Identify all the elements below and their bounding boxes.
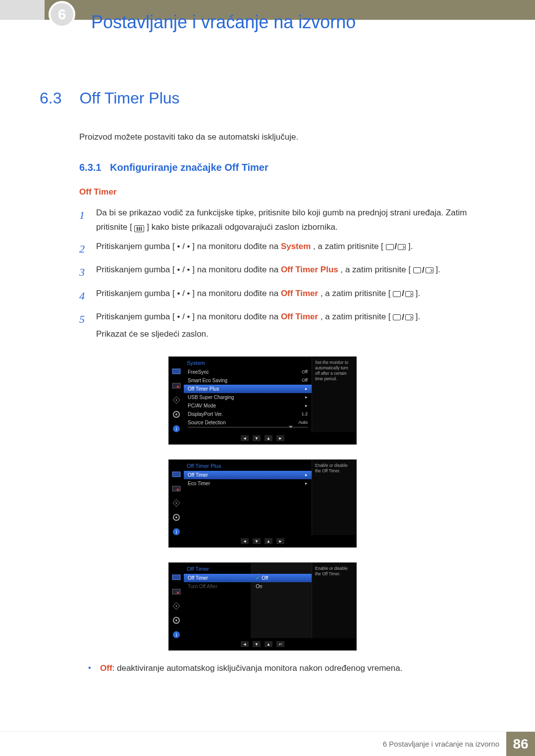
osd-nav-btn: ◄ bbox=[241, 538, 249, 544]
osd-side-icons: i bbox=[169, 563, 184, 638]
bullet-text: : deaktiviranje automatskog isključivanj… bbox=[112, 663, 403, 673]
svg-rect-10 bbox=[177, 489, 179, 491]
ok-icon: / bbox=[393, 310, 413, 325]
osd-item-value: Auto bbox=[298, 420, 308, 425]
ok-icon: / bbox=[386, 240, 406, 254]
svg-point-13 bbox=[175, 516, 177, 518]
settings-tab-icon bbox=[172, 411, 181, 418]
osd-help: Set the monitor to automatically turn of… bbox=[312, 357, 356, 432]
osd-item-value: ▸ bbox=[305, 481, 308, 486]
step-highlight: Off Timer bbox=[281, 312, 318, 321]
osd-side-icons: i bbox=[169, 357, 184, 432]
bullet-highlight: Off bbox=[100, 663, 112, 673]
section-title: Off Timer Plus bbox=[79, 89, 179, 107]
bullet-icon: • bbox=[88, 663, 100, 673]
step-highlight: Off Timer bbox=[281, 289, 318, 298]
section-intro: Proizvod možete postaviti tako da se aut… bbox=[79, 132, 495, 142]
osd-item: DisplayPort Ver.1.2 bbox=[184, 410, 312, 418]
osd-nav: ◄▼▲► bbox=[169, 535, 356, 547]
settings-tab-icon bbox=[172, 514, 181, 521]
osd-nav-btn: ◄ bbox=[241, 435, 249, 441]
osd-side-icons: i bbox=[169, 460, 184, 535]
ok-icon: / bbox=[413, 263, 433, 278]
osd-item-label: Off Timer bbox=[188, 472, 208, 478]
step-text-mid: , a zatim pritisnite [ bbox=[321, 312, 391, 321]
osd-title: Off Timer bbox=[184, 563, 251, 574]
step-text-post: ]. bbox=[416, 312, 420, 321]
osd-item-label: FreeSync bbox=[188, 369, 209, 375]
osd-item: Eco Timer▸ bbox=[184, 479, 312, 488]
step-number: 3 bbox=[79, 263, 96, 281]
info-tab-icon: i bbox=[172, 425, 181, 432]
check-icon: ✓ bbox=[256, 575, 260, 581]
svg-rect-9 bbox=[172, 486, 180, 491]
osd-nav-btn: ↵ bbox=[276, 641, 284, 647]
step-number: 4 bbox=[79, 287, 96, 305]
osd-item: USB Super Charging▸ bbox=[184, 393, 312, 402]
svg-point-19 bbox=[176, 605, 177, 607]
screen-tab-icon bbox=[172, 603, 181, 609]
footer: 6 Postavljanje i vraćanje na izvorno 86 bbox=[0, 731, 535, 756]
step-text-post: ]. bbox=[416, 289, 420, 298]
step-text-mid: , a zatim pritisnite [ bbox=[341, 265, 411, 274]
osd-title: Off Timer Plus bbox=[184, 460, 312, 471]
picture-tab-icon bbox=[172, 485, 181, 492]
osd-title: System bbox=[184, 357, 312, 368]
osd-item: Off Timer bbox=[184, 574, 251, 582]
step-highlight: Off Timer Plus bbox=[281, 265, 338, 274]
subsection-number: 6.3.1 bbox=[79, 162, 101, 173]
osd-nav: ◄▼▲↵ bbox=[169, 638, 356, 650]
svg-text:i: i bbox=[176, 426, 177, 432]
osd-item-value: Off bbox=[302, 378, 308, 383]
osd-item-label: ✓Off bbox=[256, 575, 268, 581]
footer-page-number: 86 bbox=[506, 732, 535, 756]
brightness-tab-icon bbox=[172, 574, 181, 581]
step-number: 2 bbox=[79, 240, 96, 258]
osd-nav-btn: ► bbox=[276, 435, 284, 441]
osd-item-label: DisplayPort Ver. bbox=[188, 411, 223, 417]
brightness-tab-icon bbox=[172, 471, 181, 478]
osd-item: Smart Eco SavingOff bbox=[184, 376, 312, 385]
osd-item-label: Source Detection bbox=[188, 420, 226, 425]
osd-item-value: Off bbox=[302, 369, 308, 375]
picture-tab-icon bbox=[172, 382, 181, 389]
step-text-pre: Pritiskanjem gumba [ • / • ] na monitoru… bbox=[96, 289, 281, 298]
bullet-item: • Off: deaktiviranje automatskog isključ… bbox=[88, 663, 495, 673]
step-text-pre: Pritiskanjem gumba [ • / • ] na monitoru… bbox=[96, 265, 281, 274]
osd-help: Enable or disable the Off Timer. bbox=[312, 460, 356, 535]
osd-item-value: ▸ bbox=[305, 386, 308, 392]
subheading: Off Timer bbox=[79, 187, 495, 197]
svg-point-21 bbox=[175, 619, 177, 621]
osd-offtimerplus-menu: i Off Timer Plus Off Timer▸Eco Timer▸ En… bbox=[168, 459, 357, 548]
svg-rect-1 bbox=[172, 383, 180, 388]
osd-offtimer-menu: i Off Timer Off TimerTurn Off After ✓Off… bbox=[168, 562, 357, 651]
svg-point-5 bbox=[175, 413, 177, 415]
step-1: 1 Da bi se prikazao vodič za funkcijske … bbox=[79, 206, 495, 235]
step-text-mid: , a zatim pritisnite [ bbox=[321, 289, 391, 298]
brightness-tab-icon bbox=[172, 368, 181, 375]
step-text-pre: Pritiskanjem gumba [ • / • ] na monitoru… bbox=[96, 312, 281, 321]
svg-rect-16 bbox=[172, 575, 180, 580]
picture-tab-icon bbox=[172, 588, 181, 595]
svg-text:i: i bbox=[176, 529, 177, 535]
osd-item-value: ▸ bbox=[305, 395, 308, 400]
osd-item-value: ▸ bbox=[305, 403, 308, 408]
step-number: 5 bbox=[79, 310, 96, 342]
osd-item-label: PC/AV Mode bbox=[188, 403, 216, 408]
osd-item-label: Off Timer bbox=[188, 575, 208, 581]
osd-item-value: 1.2 bbox=[301, 411, 308, 417]
osd-help: Enable or disable the Off Timer. bbox=[312, 563, 356, 638]
menu-icon bbox=[134, 225, 144, 232]
osd-nav-btn: ▲ bbox=[265, 641, 272, 647]
step-text-mid: , a zatim pritisnite [ bbox=[313, 242, 383, 251]
osd-item: ✓Off bbox=[251, 574, 312, 582]
osd-nav: ◄▼▲► bbox=[169, 432, 356, 444]
osd-system-menu: i System FreeSyncOffSmart Eco SavingOffO… bbox=[168, 356, 357, 445]
osd-item-label: Turn Off After bbox=[188, 584, 217, 589]
step-list: 1 Da bi se prikazao vodič za funkcijske … bbox=[79, 206, 495, 342]
osd-item: On bbox=[251, 582, 312, 591]
osd-item: Off Timer Plus▸ bbox=[184, 385, 312, 393]
osd-nav-btn: ◄ bbox=[241, 641, 249, 647]
osd-nav-btn: ▼ bbox=[253, 538, 261, 544]
osd-scrollbar bbox=[188, 427, 308, 428]
